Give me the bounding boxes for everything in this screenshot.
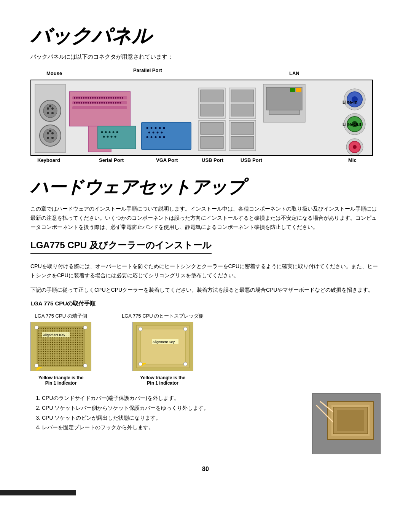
page-content: バックパネル バックパネルには以下のコネクタが用意されています： Mouse P…: [0, 0, 411, 495]
page-subtitle: バックパネルには以下のコネクタが用意されています：: [30, 53, 381, 61]
svg-point-39: [119, 97, 121, 99]
svg-point-11: [51, 132, 54, 134]
svg-rect-103: [290, 88, 295, 92]
cpu-img2-caption1: Yellow triangle is the: [140, 375, 185, 380]
svg-point-76: [155, 127, 157, 129]
label-keyboard: Keyboard: [37, 157, 60, 163]
svg-point-72: [115, 136, 116, 138]
svg-point-38: [117, 97, 119, 99]
svg-point-20: [76, 97, 78, 99]
svg-point-54: [104, 102, 105, 104]
svg-point-80: [153, 132, 155, 134]
svg-point-61: [119, 102, 121, 104]
svg-point-57: [110, 102, 112, 104]
svg-rect-96: [201, 136, 223, 149]
cpu-intro2: 下記の手順に従って正しくCPUとCPUクーラーを装着してください。装着方法を誤る…: [30, 286, 381, 295]
svg-point-22: [81, 97, 82, 99]
svg-point-113: [353, 145, 357, 149]
svg-rect-99: [231, 136, 254, 149]
svg-point-75: [151, 127, 153, 129]
svg-point-86: [159, 136, 161, 138]
cpu-heatspreader-svg: Alignment Key: [133, 322, 193, 371]
svg-point-21: [78, 97, 80, 99]
lga775-section-title: LGA775 CPU 及びクーラーのインストール: [30, 239, 212, 254]
svg-point-48: [90, 102, 91, 104]
cpu-img-box-heatspreader: Alignment Key: [132, 322, 193, 371]
label-serial-port: Serial Port: [99, 157, 124, 163]
svg-point-10: [47, 132, 49, 134]
cpu-img1-caption2: Pin 1 indicator: [45, 380, 77, 386]
svg-rect-90: [201, 104, 223, 116]
svg-point-66: [109, 131, 111, 133]
svg-point-32: [104, 97, 105, 99]
svg-point-134: [139, 362, 142, 366]
svg-point-135: [183, 362, 187, 366]
backpanel-svg: [30, 80, 373, 156]
svg-point-87: [163, 136, 165, 138]
svg-point-19: [74, 97, 75, 99]
label-vga-port: VGA Port: [156, 157, 178, 163]
svg-point-26: [90, 97, 91, 99]
svg-point-30: [99, 97, 100, 99]
svg-point-133: [183, 327, 187, 331]
svg-point-53: [101, 102, 103, 104]
svg-rect-102: [269, 110, 299, 115]
svg-point-82: [161, 132, 163, 134]
cpu-pins-svg: Alignment Key: [31, 322, 91, 371]
step-3: CPU ソケットのピンが露出した状態になります。: [42, 413, 301, 423]
svg-point-23: [83, 97, 84, 99]
svg-point-6: [47, 112, 49, 114]
svg-point-60: [117, 102, 119, 104]
svg-point-31: [101, 97, 103, 99]
backpanel-diagram-container: Mouse Parallel Port LAN: [30, 67, 373, 168]
page-title: バックパネル: [30, 23, 381, 50]
svg-point-35: [110, 97, 112, 99]
cpu-img2-label: LGA 775 CPU のヒートスプレッダ側: [122, 313, 204, 320]
svg-point-65: [105, 131, 107, 133]
svg-point-47: [88, 102, 89, 104]
svg-point-25: [88, 97, 89, 99]
svg-point-77: [159, 127, 161, 129]
label-mic: Mic: [348, 157, 357, 163]
svg-point-24: [85, 97, 87, 99]
svg-point-124: [35, 364, 38, 367]
cpu-img1-label: LGA 775 CPU の端子側: [35, 313, 87, 320]
svg-point-59: [115, 102, 116, 104]
svg-point-123: [83, 326, 87, 329]
cpu-img-box-pins: Alignment Key: [30, 322, 91, 371]
steps-section: CPUのランドサイドカバー(端子保護カバー)を外します。 CPU ソケットレバー…: [30, 393, 381, 454]
svg-point-50: [94, 102, 96, 104]
svg-point-52: [99, 102, 100, 104]
cpu-image-pins: LGA 775 CPU の端子側: [30, 313, 91, 386]
svg-point-12: [49, 130, 51, 132]
svg-point-132: [139, 327, 142, 331]
svg-rect-92: [231, 90, 254, 102]
svg-point-46: [85, 102, 87, 104]
svg-point-45: [83, 102, 84, 104]
svg-text:Alignment Key: Alignment Key: [43, 333, 65, 337]
svg-point-34: [108, 97, 110, 99]
svg-rect-93: [231, 104, 254, 116]
svg-point-81: [157, 132, 159, 134]
bottom-bar: [0, 490, 76, 495]
svg-point-33: [106, 97, 107, 99]
svg-point-42: [76, 102, 78, 104]
svg-point-3: [47, 107, 49, 110]
svg-rect-104: [296, 88, 301, 92]
label-lan: LAN: [289, 70, 299, 76]
svg-rect-18: [72, 106, 127, 109]
svg-point-79: [148, 132, 150, 134]
cpu-img2-caption2: Pin 1 indicator: [147, 380, 178, 386]
svg-point-83: [147, 136, 148, 138]
svg-point-68: [116, 131, 118, 133]
svg-point-44: [81, 102, 82, 104]
svg-point-64: [101, 131, 103, 133]
svg-rect-73: [142, 122, 191, 150]
svg-rect-95: [201, 122, 223, 134]
svg-point-41: [74, 102, 75, 104]
cpu-img1-caption1: Yellow triangle is the: [38, 375, 84, 380]
svg-point-85: [155, 136, 157, 138]
svg-point-5: [49, 105, 51, 107]
steps-list: CPUのランドサイドカバー(端子保護カバー)を外します。 CPU ソケットレバー…: [30, 393, 301, 433]
svg-point-40: [122, 97, 123, 99]
